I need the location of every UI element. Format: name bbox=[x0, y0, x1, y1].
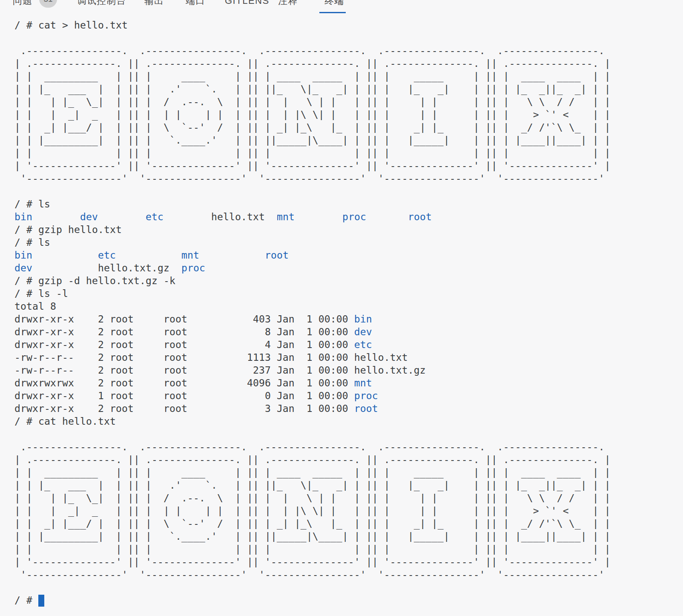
tab-gitlens[interactable]: GITLENS bbox=[225, 0, 270, 6]
tab-problems[interactable]: 问题 bbox=[13, 0, 32, 6]
terminal-cursor bbox=[38, 595, 44, 607]
problems-count-badge: 31 bbox=[39, 0, 57, 8]
tab-terminal[interactable]: 终端 bbox=[324, 0, 344, 6]
tab-comments[interactable]: 注释 bbox=[278, 0, 298, 6]
tab-ports[interactable]: 端口 bbox=[186, 0, 205, 6]
terminal-output[interactable]: / # cat > hello.txt .----------------. .… bbox=[14, 19, 611, 607]
active-tab-underline bbox=[319, 12, 346, 13]
tab-output[interactable]: 输出 bbox=[144, 0, 164, 6]
panel-tabbar: 问题 31 调试控制台 输出 端口 GITLENS 注释 终端 bbox=[0, 0, 683, 15]
tab-debug-console[interactable]: 调试控制台 bbox=[77, 0, 126, 6]
